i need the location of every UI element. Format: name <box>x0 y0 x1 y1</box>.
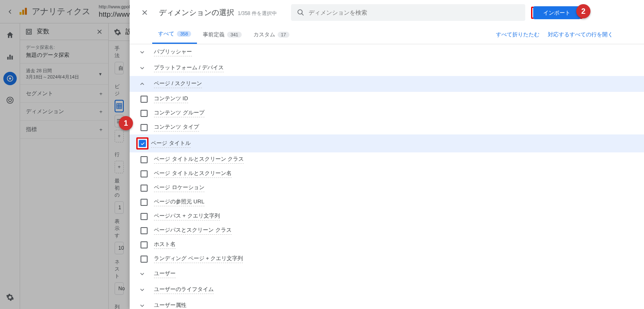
dimension-item[interactable]: コンテンツ ID <box>130 92 644 106</box>
checkbox[interactable] <box>141 241 148 248</box>
filter-tab[interactable]: 事前定義341 <box>197 26 247 43</box>
category-row[interactable]: ユーザーのライフタイム <box>130 282 644 298</box>
category-row[interactable]: ユーザー <box>130 266 644 282</box>
modal-selection-count: 1/358 件を選択中 <box>238 10 276 16</box>
dimension-item[interactable]: コンテンツ グループ <box>130 106 644 120</box>
category-label: ページ / スクリーン <box>154 80 202 88</box>
tab-label: カスタム <box>253 31 275 38</box>
search-icon <box>297 9 304 16</box>
category-label: プラットフォーム / デバイス <box>154 64 224 72</box>
category-row[interactable]: プラットフォーム / デバイス <box>130 60 644 76</box>
chevron-down-icon <box>139 65 149 71</box>
tab-count: 17 <box>278 32 289 38</box>
dimension-label: ページパスとスクリーン クラス <box>154 226 232 235</box>
chevron-up-icon <box>139 81 149 87</box>
chevron-down-icon <box>139 271 149 277</box>
tab-count: 341 <box>227 32 241 38</box>
checkbox[interactable] <box>141 110 148 117</box>
category-row[interactable]: ページ / スクリーン <box>130 76 644 92</box>
category-label: ユーザー属性 <box>154 301 187 309</box>
dimension-label: コンテンツ ID <box>154 95 188 103</box>
checkbox-highlight <box>136 137 148 149</box>
dimension-label: ホスト名 <box>154 241 176 249</box>
dimension-picker-modal: ディメンションの選択 1/358 件を選択中 インポート すべて358事前定義3… <box>130 0 644 309</box>
expand-all-link[interactable]: 対応するすべての行を開く <box>548 31 613 38</box>
tab-label: すべて <box>158 30 174 38</box>
collapse-all-link[interactable]: すべて折りたたむ <box>496 31 539 38</box>
dimension-label: ページパス + クエリ文字列 <box>154 212 220 220</box>
checkbox[interactable] <box>141 256 148 263</box>
modal-body[interactable]: パブリッシャープラットフォーム / デバイスページ / スクリーンコンテンツ I… <box>130 44 644 309</box>
filter-tab[interactable]: カスタム17 <box>248 26 295 43</box>
category-label: ユーザー <box>154 270 176 278</box>
annotation-callout-1: 1 <box>119 116 133 130</box>
dimension-item[interactable]: ランディング ページ + クエリ文字列 <box>130 252 644 266</box>
checkbox[interactable] <box>141 170 148 177</box>
dimension-label: コンテンツ グループ <box>154 109 204 117</box>
category-row[interactable]: ユーザー属性 <box>130 298 644 309</box>
chevron-down-icon <box>139 286 149 293</box>
checkbox[interactable] <box>141 227 148 234</box>
checkbox[interactable] <box>141 124 148 131</box>
svg-point-13 <box>298 10 302 14</box>
dimension-label: ページ ロケーション <box>154 184 204 192</box>
dimension-item[interactable]: ページ タイトルとスクリーン名 <box>130 167 644 181</box>
modal-tabs: すべて358事前定義341カスタム17 すべて折りたたむ 対応するすべての行を開… <box>130 25 644 44</box>
dimension-label: コンテンツ タイプ <box>154 123 199 132</box>
import-button[interactable]: インポート <box>533 6 580 19</box>
checkbox[interactable] <box>141 156 148 163</box>
checkbox[interactable] <box>141 199 148 206</box>
dimension-item[interactable]: ページ ロケーション <box>130 181 644 195</box>
dimension-item[interactable]: ページ タイトル <box>130 134 644 152</box>
checkbox[interactable] <box>141 185 148 192</box>
chevron-down-icon <box>139 302 149 309</box>
dimension-item[interactable]: ページの参照元 URL <box>130 195 644 209</box>
tab-label: 事前定義 <box>203 31 225 38</box>
checkbox[interactable] <box>139 140 146 147</box>
import-button-highlight: インポート <box>531 7 583 19</box>
checkbox[interactable] <box>141 213 148 220</box>
modal-title: ディメンションの選択 <box>159 8 234 17</box>
close-button[interactable] <box>136 4 153 21</box>
chevron-down-icon <box>139 49 149 56</box>
checkbox[interactable] <box>141 96 148 103</box>
search-input[interactable] <box>309 9 519 16</box>
search-box[interactable] <box>291 4 525 21</box>
dimension-item[interactable]: コンテンツ タイプ <box>130 120 644 134</box>
dimension-item[interactable]: ホスト名 <box>130 238 644 252</box>
dimension-item[interactable]: ページパス + クエリ文字列 <box>130 209 644 223</box>
dimension-item[interactable]: ページパスとスクリーン クラス <box>130 223 644 238</box>
dimension-label: ページ タイトル <box>151 139 191 148</box>
dimension-label: ページの参照元 URL <box>154 198 204 206</box>
dimension-label: ランディング ページ + クエリ文字列 <box>154 255 243 263</box>
tab-count: 358 <box>177 31 191 37</box>
modal-header: ディメンションの選択 1/358 件を選択中 インポート <box>130 0 644 25</box>
annotation-callout-2: 2 <box>576 4 590 18</box>
dimension-label: ページ タイトルとスクリーン名 <box>154 170 232 178</box>
category-label: ユーザーのライフタイム <box>154 286 214 294</box>
category-label: パブリッシャー <box>154 48 192 56</box>
dimension-item[interactable]: ページ タイトルとスクリーン クラス <box>130 152 644 167</box>
filter-tab[interactable]: すべて358 <box>152 25 197 44</box>
category-row[interactable]: パブリッシャー <box>130 44 644 60</box>
dimension-label: ページ タイトルとスクリーン クラス <box>154 155 244 164</box>
